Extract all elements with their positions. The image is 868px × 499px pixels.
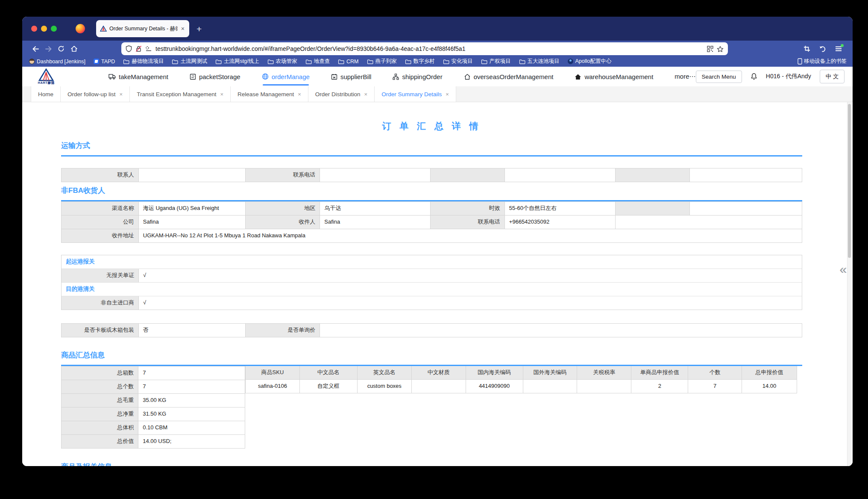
nonfba-row-3: 收件地址 UGKAM-HAR--No 12 At Plot 1-5 Mbuya … [61, 229, 802, 243]
tab-close-icon[interactable]: × [220, 91, 224, 97]
bookmark-jenkins[interactable]: Dashboard [Jenkins] [29, 59, 85, 65]
new-tab-button[interactable]: + [196, 24, 202, 33]
field-value-empty [505, 168, 616, 182]
bookmark-folder[interactable]: 安化项目 [443, 58, 473, 65]
minimize-window-button[interactable] [41, 26, 47, 32]
url-bar[interactable]: testtrunkbookingmgr.hart-worldwide.com/#… [121, 42, 728, 55]
bookmark-folder[interactable]: 农场管家 [267, 58, 297, 65]
bookmark-folder[interactable]: 地查查 [305, 58, 330, 65]
scrollbar-thumb[interactable] [848, 104, 851, 258]
field-label: 联系人 [62, 168, 139, 182]
bookmark-label: 地查查 [314, 58, 330, 65]
dest-customs-heading: 目的港清关 [62, 283, 802, 296]
bookmark-folder[interactable]: 数字乡村 [405, 58, 435, 65]
field-label: 联系电话 [246, 168, 320, 182]
bookmark-label: 土流网stg/线上 [224, 58, 259, 65]
user-account[interactable]: H016 - 代伟Andy [766, 73, 811, 80]
window-controls [31, 26, 57, 32]
tab-close-icon[interactable]: × [364, 91, 368, 97]
bookmark-folder[interactable]: 燕子到家 [367, 58, 397, 65]
tab-order-summary-details[interactable]: Order Summary Details× [375, 86, 456, 102]
column-header: 单商品申报价值 [631, 366, 688, 379]
nav-item-warehouse-management[interactable]: warehouseManagement [575, 67, 653, 86]
origin-customs-heading: 起运港报关 [62, 255, 802, 269]
site-navbar: HART赫德 takeManagement packetStorage orde… [22, 67, 853, 86]
product-table-row: safina-0106 自定义框 custom boxes 4414909090… [245, 380, 797, 393]
nav-item-packet-storage[interactable]: packetStorage [190, 67, 240, 86]
bookmark-label: 移动设备上的书签 [804, 58, 847, 65]
permissions-icon[interactable] [145, 46, 152, 52]
reload-button[interactable] [55, 42, 67, 55]
nav-item-label: supplierBill [340, 73, 372, 80]
tab-title: Order Summary Details - 赫德国 [109, 25, 178, 32]
maximize-window-button[interactable] [51, 26, 57, 32]
home-button[interactable] [67, 42, 80, 55]
undo-arrow-icon[interactable] [816, 42, 829, 55]
bookmark-folder[interactable]: 赫德物流项目 [123, 58, 164, 65]
table-cell: 2 [631, 380, 688, 393]
close-window-button[interactable] [31, 26, 37, 32]
collapse-panel-icon[interactable]: « [839, 263, 847, 276]
field-value: 海运 Uganda (UG) Sea Freight [139, 202, 246, 215]
browser-titlebar: Order Summary Details - 赫德国 × + [22, 17, 853, 41]
column-header: 总申报价值 [742, 366, 797, 379]
menu-hamburger-icon[interactable] [832, 42, 845, 55]
hart-logo[interactable]: HART赫德 [34, 68, 58, 85]
page-scrollbar[interactable] [847, 102, 852, 466]
back-button[interactable] [29, 42, 42, 55]
qr-extension-icon[interactable] [707, 46, 713, 52]
field-label: 时效 [431, 202, 505, 215]
lock-insecure-icon[interactable] [135, 45, 142, 52]
tab-close-icon[interactable]: × [446, 91, 449, 97]
bookmark-label: 安化项目 [452, 58, 473, 65]
tab-close-icon[interactable]: × [180, 25, 185, 32]
bookmark-folder[interactable]: CRM [338, 59, 358, 65]
nav-item-more[interactable]: more⋯ [674, 67, 695, 86]
bell-icon[interactable] [751, 73, 757, 80]
folder-icon [405, 59, 411, 64]
browser-tab[interactable]: Order Summary Details - 赫德国 × [96, 20, 189, 37]
tab-order-distribution[interactable]: Order Distribution× [308, 86, 375, 102]
product-table: 商品SKU 中文品名 英文品名 中文材质 国内海关编码 国外海关编码 关税税率 … [245, 366, 797, 393]
nav-item-shipping-order[interactable]: shippingOrder [393, 67, 442, 86]
nav-item-order-manage[interactable]: orderManage [262, 67, 310, 86]
tab-release-management[interactable]: Release Management× [231, 86, 308, 102]
search-menu-button[interactable]: Search Menu [696, 71, 742, 83]
url-text[interactable]: testtrunkbookingmgr.hart-worldwide.com/#… [155, 45, 704, 52]
mobile-bookmarks[interactable]: 移动设备上的书签 [798, 58, 847, 65]
tab-home[interactable]: Home [31, 86, 61, 102]
folder-icon [267, 59, 274, 64]
bookmark-star-icon[interactable] [717, 46, 724, 52]
tab-order-follow-up-list[interactable]: Order follow-up list× [61, 86, 130, 102]
table-row: 总净重 31.50 KG [61, 407, 245, 421]
nav-item-label: more⋯ [674, 73, 695, 80]
field-label: 非自主进口商 [62, 296, 139, 310]
forward-button[interactable] [42, 42, 55, 55]
language-switch-button[interactable]: 中 文 [820, 70, 845, 83]
tracking-shield-icon[interactable] [126, 45, 132, 52]
folder-icon [481, 59, 487, 64]
screenshot-icon[interactable] [801, 42, 813, 55]
bookmark-folder[interactable]: 产权项目 [481, 58, 511, 65]
tab-close-icon[interactable]: × [298, 91, 301, 97]
nav-item-supplier-bill[interactable]: supplierBill [331, 67, 372, 86]
tab-transit-exception-management[interactable]: Transit Exception Management× [130, 86, 231, 102]
table-cell [577, 380, 631, 393]
bookmark-folder[interactable]: 土流网测试 [172, 58, 207, 65]
bookmark-tapd[interactable]: TAPD [94, 59, 115, 65]
bookmark-folder[interactable]: 土流网stg/线上 [215, 58, 259, 65]
page-content: 订 单 汇 总 详 情 运输方式 联系人 联系电话 非FBA收货人 渠道名称 海… [22, 102, 853, 466]
table-cell: custom boxes [358, 380, 412, 393]
field-value-empty [690, 202, 802, 215]
tab-label: Order Summary Details [381, 91, 442, 97]
phone-icon [798, 58, 802, 65]
field-value: 35.00 KG [138, 394, 245, 407]
bookmark-folder[interactable]: 五大连池项目 [519, 58, 560, 65]
bookmarks-bar: Dashboard [Jenkins] TAPD 赫德物流项目 土流网测试 土流… [22, 57, 853, 67]
home-filled-icon [575, 74, 581, 80]
nav-item-take-management[interactable]: takeManagement [108, 67, 168, 86]
bookmark-apollo[interactable]: Apollo配置中心 [568, 58, 612, 65]
nav-item-overseas-order-management[interactable]: overseasOrderManagement [464, 67, 554, 86]
tab-close-icon[interactable]: × [120, 91, 123, 97]
bookmark-label: 农场管家 [276, 58, 297, 65]
